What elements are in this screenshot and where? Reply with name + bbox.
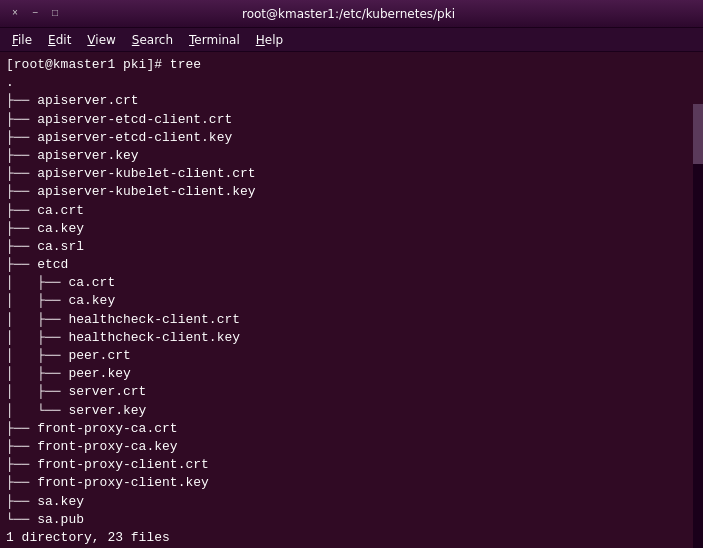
terminal-line: │ ├── healthcheck-client.crt <box>6 311 697 329</box>
menu-edit[interactable]: Edit <box>40 31 79 49</box>
scrollbar-thumb[interactable] <box>693 104 703 164</box>
terminal-line: │ ├── ca.key <box>6 292 697 310</box>
terminal-line: ├── sa.key <box>6 493 697 511</box>
terminal-line: . <box>6 74 697 92</box>
terminal-line: │ ├── server.crt <box>6 383 697 401</box>
menu-terminal[interactable]: Terminal <box>181 31 248 49</box>
menu-file[interactable]: File <box>4 31 40 49</box>
terminal-line: ├── ca.crt <box>6 202 697 220</box>
menu-view[interactable]: View <box>79 31 123 49</box>
terminal-line: │ ├── healthcheck-client.key <box>6 329 697 347</box>
menu-bar: File Edit View Search Terminal Help <box>0 28 703 52</box>
terminal-line: ├── front-proxy-client.key <box>6 474 697 492</box>
terminal-line: └── sa.pub <box>6 511 697 529</box>
terminal-line: ├── apiserver-kubelet-client.crt <box>6 165 697 183</box>
title-bar: × − □ root@kmaster1:/etc/kubernetes/pki <box>0 0 703 28</box>
terminal-line: ├── apiserver-etcd-client.crt <box>6 111 697 129</box>
menu-search[interactable]: Search <box>124 31 181 49</box>
terminal-line: │ ├── ca.crt <box>6 274 697 292</box>
terminal-line: ├── apiserver-etcd-client.key <box>6 129 697 147</box>
close-icon[interactable]: × <box>8 7 22 21</box>
terminal-line: ├── apiserver.crt <box>6 92 697 110</box>
terminal-line: 1 directory, 23 files <box>6 529 697 547</box>
terminal-output[interactable]: [root@kmaster1 pki]# tree.├── apiserver.… <box>0 52 703 548</box>
maximize-icon[interactable]: □ <box>48 7 62 21</box>
terminal-line: [root@kmaster1 pki]# tree <box>6 56 697 74</box>
title-bar-controls: × − □ <box>8 7 62 21</box>
terminal-line: ├── etcd <box>6 256 697 274</box>
terminal-wrapper: [root@kmaster1 pki]# tree.├── apiserver.… <box>0 52 703 548</box>
terminal-line: ├── front-proxy-ca.key <box>6 438 697 456</box>
terminal-line: ├── apiserver.key <box>6 147 697 165</box>
minimize-icon[interactable]: − <box>28 7 42 21</box>
terminal-line: │ └── server.key <box>6 402 697 420</box>
window-title: root@kmaster1:/etc/kubernetes/pki <box>62 7 635 21</box>
terminal-line: │ ├── peer.crt <box>6 347 697 365</box>
terminal-line: ├── front-proxy-ca.crt <box>6 420 697 438</box>
terminal-line: ├── ca.srl <box>6 238 697 256</box>
scrollbar[interactable] <box>693 104 703 548</box>
menu-help[interactable]: Help <box>248 31 291 49</box>
terminal-line: ├── front-proxy-client.crt <box>6 456 697 474</box>
terminal-line: │ ├── peer.key <box>6 365 697 383</box>
terminal-line: ├── ca.key <box>6 220 697 238</box>
terminal-line: ├── apiserver-kubelet-client.key <box>6 183 697 201</box>
